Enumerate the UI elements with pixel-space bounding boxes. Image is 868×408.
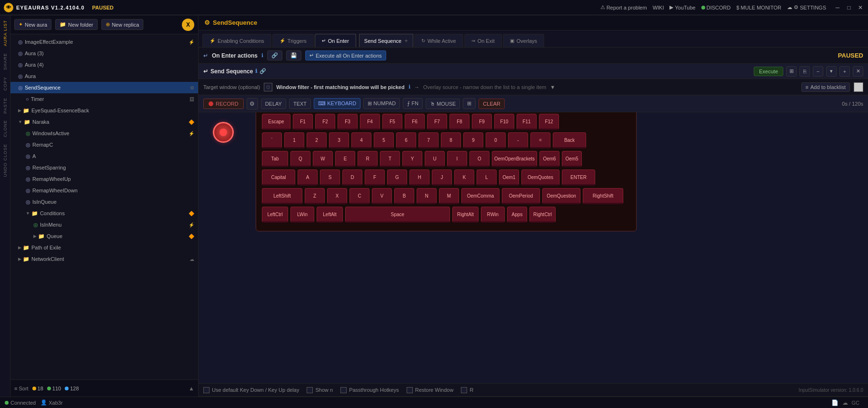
tree-item-remap-c[interactable]: ◎ RemapC xyxy=(10,139,198,150)
new-replica-button[interactable]: ⊕ New replica xyxy=(101,19,143,30)
key-w[interactable]: W xyxy=(313,151,333,167)
link-btn[interactable]: 🔗 xyxy=(267,50,282,60)
tree-item-path-of-exile[interactable]: ▶ 📁 Path of Exile xyxy=(10,242,198,253)
execute-btn[interactable]: Execute xyxy=(754,67,783,76)
wiki-btn[interactable]: WIKI xyxy=(653,5,664,10)
key-a[interactable]: A xyxy=(298,169,318,186)
kb-settings-icon[interactable]: ⚙ xyxy=(247,98,258,109)
paste-tab[interactable]: PASTE xyxy=(2,95,9,117)
key-f5[interactable]: F5 xyxy=(382,114,402,130)
tab-on-enter[interactable]: ↵ On Enter xyxy=(315,34,356,47)
key-f4[interactable]: F4 xyxy=(360,114,380,130)
key-n[interactable]: N xyxy=(417,188,437,204)
key-6[interactable]: 6 xyxy=(396,132,416,149)
key-f6[interactable]: F6 xyxy=(405,114,425,130)
expand-icon[interactable]: ▲ xyxy=(189,385,194,392)
key-z[interactable]: Z xyxy=(305,188,325,204)
key-j[interactable]: J xyxy=(432,169,452,186)
key-8[interactable]: 8 xyxy=(441,132,461,149)
seq-dropdown-icon[interactable]: ▾ xyxy=(826,66,837,77)
restore-window-checkbox[interactable]: Restore Window xyxy=(407,387,454,393)
key-tab[interactable]: Tab xyxy=(262,151,288,167)
youtube-btn[interactable]: ▶ YouTube xyxy=(669,4,695,10)
key-1[interactable]: 1 xyxy=(284,132,304,149)
key-9[interactable]: 9 xyxy=(463,132,483,149)
key-left-alt[interactable]: LeftAlt xyxy=(317,207,343,223)
key-e[interactable]: E xyxy=(335,151,355,167)
key-r[interactable]: R xyxy=(358,151,378,167)
mule-monitor-btn[interactable]: $ MULE MONITOR xyxy=(736,5,781,10)
key-f8[interactable]: F8 xyxy=(449,114,469,130)
tab-enabling-conditions[interactable]: ⚡ Enabling Conditions xyxy=(202,34,271,47)
tree-item-timer[interactable]: ○ Timer 🖼 xyxy=(10,93,198,105)
new-aura-button[interactable]: ✦ New aura xyxy=(14,19,51,30)
key-oem-period[interactable]: OemPeriod xyxy=(502,188,540,204)
tree-item-remap-wheel-up[interactable]: ◎ RemapWheelUp xyxy=(10,173,198,185)
tree-item-is-in-queue[interactable]: ◎ IsInQueue xyxy=(10,196,198,208)
key-g[interactable]: G xyxy=(387,169,407,186)
key-f2[interactable]: F2 xyxy=(315,114,335,130)
key-v[interactable]: V xyxy=(372,188,392,204)
key-3[interactable]: 3 xyxy=(329,132,349,149)
send-sequence-tab[interactable]: Send Sequence + xyxy=(359,34,413,47)
item-action-icon[interactable]: ⚡ xyxy=(189,40,194,45)
expand-kb-btn[interactable]: ⊞ xyxy=(463,98,476,109)
mouse-btn[interactable]: 🖱 MOUSE xyxy=(426,99,460,109)
execute-all-btn[interactable]: ↵ Execute all On Enter actions xyxy=(305,50,386,60)
tree-item-reset-sparring[interactable]: ◎ ResetSparring xyxy=(10,162,198,173)
key-f11[interactable]: F11 xyxy=(517,114,537,130)
key-y[interactable]: Y xyxy=(402,151,422,167)
doc-icon[interactable]: 📄 xyxy=(831,399,838,406)
key-oem5[interactable]: Oem5 xyxy=(562,151,582,167)
info-icon[interactable]: ℹ xyxy=(261,52,263,59)
tree-item-conditions[interactable]: ▼ 📁 Conditions 🔶 xyxy=(10,208,198,219)
key-7[interactable]: 7 xyxy=(419,132,439,149)
undo-close-tab[interactable]: UNDO CLOSE xyxy=(2,141,9,180)
key-oem6[interactable]: Oem6 xyxy=(539,151,559,167)
key-s[interactable]: S xyxy=(320,169,340,186)
key-right-ctrl[interactable]: RightCtrl xyxy=(529,207,556,223)
tree-item-aura-3[interactable]: ◎ Aura (3) xyxy=(10,48,198,59)
clone-tab[interactable]: CLONE xyxy=(2,117,9,140)
key-i[interactable]: I xyxy=(447,151,467,167)
key-b[interactable]: B xyxy=(394,188,414,204)
key-f3[interactable]: F3 xyxy=(338,114,358,130)
show-n-checkbox[interactable]: Show n xyxy=(307,387,333,393)
fn-btn[interactable]: ⨍ FN xyxy=(403,98,423,109)
save-btn[interactable]: 💾 xyxy=(286,50,301,60)
default-delay-checkbox[interactable]: Use default Key Down / Key Up delay xyxy=(203,387,299,393)
color-swatch[interactable] xyxy=(854,82,863,92)
key-f12[interactable]: F12 xyxy=(539,114,559,130)
window-filter-info-icon[interactable]: ℹ xyxy=(409,84,410,90)
seq-grid-icon[interactable]: ⊞ xyxy=(786,66,797,77)
tab-triggers[interactable]: ⚡ Triggers xyxy=(272,34,314,47)
key-backtick[interactable]: ` xyxy=(262,132,282,149)
tree-item-image-effect[interactable]: ◎ ImageEffectExample ⚡ xyxy=(10,36,198,48)
key-m[interactable]: M xyxy=(439,188,459,204)
key-f7[interactable]: F7 xyxy=(427,114,447,130)
key-apps[interactable]: Apps xyxy=(507,207,527,223)
key-d[interactable]: D xyxy=(342,169,362,186)
key-5[interactable]: 5 xyxy=(374,132,394,149)
key-oem-open-brackets[interactable]: OemOpenBrackets xyxy=(492,151,537,167)
key-backspace[interactable]: Back xyxy=(553,132,586,149)
clear-btn[interactable]: CLEAR xyxy=(479,99,505,109)
blacklist-btn[interactable]: ≡ Add to blacklist xyxy=(801,82,850,92)
key-f9[interactable]: F9 xyxy=(472,114,492,130)
tree-item-is-in-menu[interactable]: ◎ IsInMenu ⚡ xyxy=(10,219,198,230)
seq-collapse-icon[interactable]: − xyxy=(813,66,823,77)
tree-item-network-client[interactable]: ▶ 📁 NetworkClient ☁ xyxy=(10,253,198,265)
aura-list-tab[interactable]: AURA LIST xyxy=(2,17,9,49)
maximize-btn[interactable]: □ xyxy=(845,4,853,11)
key-x[interactable]: X xyxy=(327,188,347,204)
key-capital[interactable]: Capital xyxy=(262,169,295,186)
tree-item-window-is-active[interactable]: ◎ WindowIsActive ⚡ xyxy=(10,128,198,139)
key-o[interactable]: O xyxy=(469,151,489,167)
key-2[interactable]: 2 xyxy=(307,132,327,149)
key-q[interactable]: Q xyxy=(290,151,310,167)
tree-item-send-sequence[interactable]: ◎ SendSequence ⚙ xyxy=(10,82,198,93)
key-f1[interactable]: F1 xyxy=(293,114,313,130)
share-tab[interactable]: SHARE xyxy=(2,50,9,73)
r-checkbox[interactable]: R xyxy=(461,387,473,393)
key-c[interactable]: C xyxy=(349,188,369,204)
